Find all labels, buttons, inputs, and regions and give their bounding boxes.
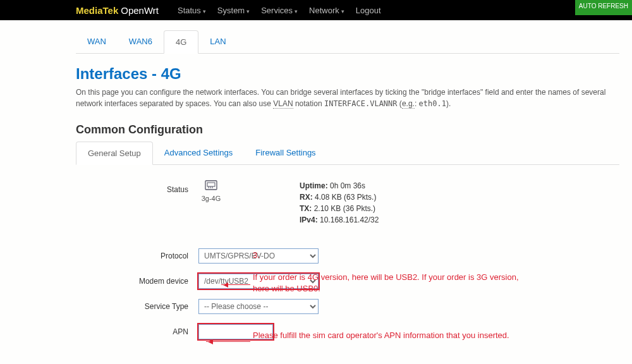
label-service: Service Type (76, 302, 198, 311)
page-title: Interfaces - 4G (76, 65, 619, 83)
row-service: Service Type -- Please choose -- (76, 299, 619, 314)
tab-lan[interactable]: LAN (198, 30, 237, 53)
tab-wan[interactable]: WAN (76, 30, 118, 53)
subtab-general[interactable]: General Setup (76, 142, 153, 165)
annotation-apn: Please fulfill the sim card operator's A… (253, 330, 531, 341)
brand-secondary: OpenWrt (121, 5, 159, 16)
nav-status[interactable]: Status (178, 6, 206, 15)
annotation-arrow-apn (206, 341, 250, 342)
status-details: Uptime: 0h 0m 36s RX: 4.08 KB (63 Pkts.)… (300, 180, 379, 226)
device-icon: 3g-4G (198, 180, 224, 202)
annotation-modem: If your order is 4G version, here will b… (253, 272, 531, 294)
nav-logout[interactable]: Logout (356, 6, 381, 15)
select-service-type[interactable]: -- Please choose -- (198, 299, 319, 314)
ethernet-icon (198, 180, 224, 195)
page-description: On this page you can configure the netwo… (76, 87, 619, 109)
subtab-firewall[interactable]: Firewall Settings (244, 142, 327, 164)
label-protocol: Protocol (76, 252, 198, 260)
svg-rect-1 (207, 183, 215, 186)
nav-services[interactable]: Services (261, 6, 298, 15)
label-apn: APN (76, 327, 198, 336)
label-modem: Modem device (76, 277, 198, 286)
annotation-arrow-modem (221, 284, 250, 285)
nav-network[interactable]: Network (309, 6, 344, 15)
top-navbar: MediaTek OpenWrt Status System Services … (0, 0, 632, 20)
subtab-advanced[interactable]: Advanced Settings (153, 142, 244, 164)
annotation-number: 3. (253, 250, 260, 261)
section-heading: Common Configuration (76, 123, 619, 136)
config-tabs: General Setup Advanced Settings Firewall… (76, 142, 619, 165)
label-status: Status (76, 180, 198, 194)
iface-name: 3g-4G (198, 195, 224, 202)
tab-wan6[interactable]: WAN6 (118, 30, 164, 53)
nav-system[interactable]: System (217, 6, 250, 15)
row-protocol: Protocol UMTS/GPRS/EV-DO (76, 248, 619, 264)
row-status: Status 3g-4G Uptime: 0h 0m 36s RX: 4.08 … (76, 180, 619, 226)
auto-refresh-badge[interactable]: AUTO REFRESH (575, 0, 632, 15)
tab-4g[interactable]: 4G (164, 30, 198, 54)
brand-primary: MediaTek (76, 5, 118, 16)
interface-tabs: WAN WAN6 4G LAN (76, 30, 619, 54)
